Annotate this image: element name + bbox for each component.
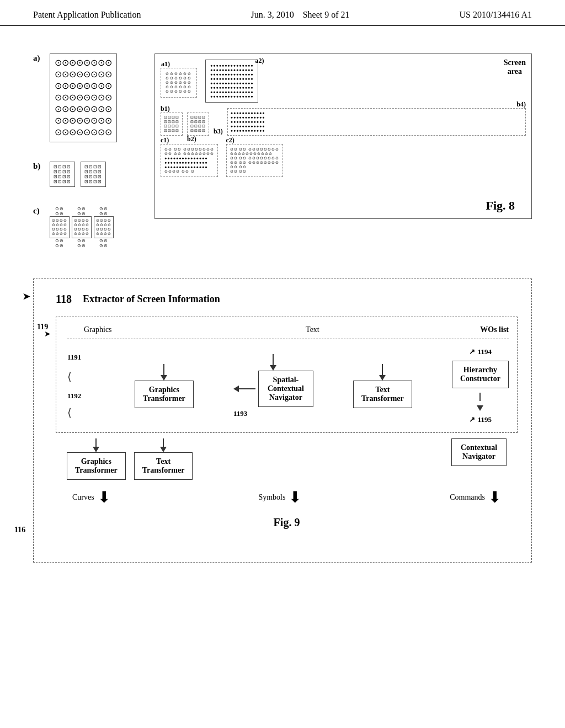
fig8-c-col1: ⊙⊙ ⊙⊙ ⊙⊙⊙⊙ ⊙⊙⊙⊙ ⊙⊙⊙⊙ ⊙⊙⊙⊙ ⊙⊙ ⊙⊙ <box>50 206 70 248</box>
fig8-section-c: c) ⊙⊙ ⊙⊙ ⊙⊙⊙⊙ ⊙⊙⊙⊙ ⊙⊙⊙⊙ ⊙⊙⊙⊙ <box>33 206 143 248</box>
top-graphics-label: Graphics <box>84 325 112 334</box>
fig9-gt-bottom: Graphics Transformer <box>67 438 126 480</box>
spatial-navigator-label: Spatial- Contextual Navigator <box>268 376 304 402</box>
arrow-line-h-left <box>239 388 255 389</box>
fig8-c1: c1) ⊙⊙ ⊙⊙ ⊙⊙⊙⊙⊙⊙⊙⊙ ⊙⊙ ⊙⊙ ⊙⊙⊙⊙⊙⊙⊙⊙ ●●●●●●… <box>161 144 218 177</box>
fig8-b4-box: ●●●●●●●●●●●● ●●●●●●●●●●●● ●●●●●●●●●●●● ●… <box>227 108 526 136</box>
fig8-c2: c2) ⊙⊙ ⊙⊙ ⊙⊙⊙⊙⊙⊙⊙⊙ ⊙⊙⊙⊙⊙⊙⊙⊙⊙⊙⊙ ⊙⊙ ⊙⊙ ⊙⊙⊙… <box>226 144 284 177</box>
fig8-left: a) ⊙⊙⊙⊙⊙⊙⊙⊙ ⊙⊙⊙⊙⊙⊙⊙⊙ ⊙⊙⊙⊙⊙⊙⊙⊙ ⊙⊙⊙⊙⊙⊙⊙⊙ ⊙… <box>33 53 143 256</box>
symbols-output: Symbols ⬇ <box>258 490 301 505</box>
fig9-outputs: Curves ⬇ Symbols ⬇ Commands ⬇ <box>56 484 518 505</box>
symbols-arrow: ⬇ <box>289 490 301 505</box>
arrow-line-graphics <box>163 364 164 375</box>
header-left: Patent Application Publication <box>33 10 141 20</box>
fig8-b4: b4) ●●●●●●●●●●●● ●●●●●●●●●●●● ●●●●●●●●●●… <box>227 108 526 136</box>
arrow-line-text <box>273 354 274 365</box>
ref-1195-label: ↗ <box>469 415 475 424</box>
fig8-section-a: a) ⊙⊙⊙⊙⊙⊙⊙⊙ ⊙⊙⊙⊙⊙⊙⊙⊙ ⊙⊙⊙⊙⊙⊙⊙⊙ ⊙⊙⊙⊙⊙⊙⊙⊙ ⊙… <box>33 53 143 142</box>
fig9-left-refs: 1191 ⟨ 1192 ⟨ <box>67 353 95 419</box>
fig8-panel-a: ⊙⊙⊙⊙⊙⊙⊙⊙ ⊙⊙⊙⊙⊙⊙⊙⊙ ⊙⊙⊙⊙⊙⊙⊙⊙ ⊙⊙⊙⊙⊙⊙⊙⊙ ⊙⊙⊙⊙… <box>50 53 117 142</box>
ref-1192: 1192 <box>67 392 95 400</box>
fig9-text-col: Text Transformer <box>353 364 412 408</box>
fig8-a-label: a) <box>33 53 44 63</box>
fig8-section-b: b) ⊡⊡⊡⊡ ⊡⊡⊡⊡ ⊡⊡⊡⊡ ⊡⊡⊡⊡ ⊡⊡⊡⊡ ⊡⊡⊡⊡ ⊡⊡⊡⊡ <box>33 162 143 187</box>
page-header: Patent Application Publication Jun. 3, 2… <box>0 0 565 26</box>
fig8-a2-area: a2) ●●●●●●●●●●●●●●● ●●●●●●●●●●●●●●● ●●●●… <box>205 60 258 103</box>
fig8-right-a1: a1) ⊙⊙⊙⊙⊙⊙ ⊙⊙⊙⊙⊙⊙ ⊙⊙⊙⊙⊙⊙ ⊙⊙⊙⊙⊙⊙ ⊙⊙⊙⊙⊙⊙ <box>161 60 526 103</box>
fig8-b3: b3) <box>214 126 223 136</box>
b2-label: b2) <box>187 135 196 143</box>
graphics-transformer-box: Graphics Transformer <box>135 381 194 408</box>
fig9-middle: 1191 ⟨ 1192 ⟨ Graphics Transformer <box>67 347 509 424</box>
figure9-section: ➤ 118 Extractor of Screen Information 11… <box>33 279 532 563</box>
commands-arrow: ⬇ <box>488 490 501 505</box>
curves-arrow: ⬇ <box>98 490 110 505</box>
extractor-title: Extractor of Screen Information <box>83 293 220 305</box>
arrowhead-left <box>233 386 239 392</box>
figure8-section: a) ⊙⊙⊙⊙⊙⊙⊙⊙ ⊙⊙⊙⊙⊙⊙⊙⊙ ⊙⊙⊙⊙⊙⊙⊙⊙ ⊙⊙⊙⊙⊙⊙⊙⊙ ⊙… <box>33 53 532 256</box>
b1-label: b1) <box>161 105 170 113</box>
spatial-navigator-box: Spatial- Contextual Navigator <box>258 371 313 407</box>
graphics-transformer-bottom-label: Graphics Transformer <box>75 457 118 474</box>
c2-label: c2) <box>226 136 234 144</box>
fig9-bottom-left: Graphics Transformer Text Transformer <box>67 438 193 480</box>
fig8-a1-dots1: ⊙⊙⊙⊙⊙⊙ ⊙⊙⊙⊙⊙⊙ ⊙⊙⊙⊙⊙⊙ ⊙⊙⊙⊙⊙⊙ ⊙⊙⊙⊙⊙⊙ <box>166 72 192 94</box>
fig8-c-col3: ⊙⊙ ⊙⊙ ⊙⊙⊙⊙ ⊙⊙⊙⊙ ⊙⊙⊙⊙ ⊙⊙⊙⊙ ⊙⊙ ⊙⊙ <box>94 206 114 248</box>
arrowhead-gt-bottom <box>93 447 99 452</box>
header-right: US 2010/134416 A1 <box>459 10 532 20</box>
ref-1195-num: 1195 <box>478 415 492 424</box>
arrow-head-graphics <box>161 375 167 381</box>
fig8-b2-box: ⊡⊡⊡⊡ ⊡⊡⊡⊡ ⊡⊡⊡⊡ ⊡⊡⊡⊡ <box>187 113 209 136</box>
fig8-b1-box: ⊡⊡⊡⊡ ⊡⊡⊡⊡ ⊡⊡⊡⊡ ⊡⊡⊡⊡ <box>161 113 183 136</box>
fig9-spatial-col: Spatial- Contextual Navigator 1193 <box>233 354 313 418</box>
fig8-b2: ⊡⊡⊡⊡ ⊡⊡⊡⊡ ⊡⊡⊡⊡ ⊡⊡⊡⊡ b2) <box>187 113 209 136</box>
curves-output: Curves ⬇ <box>72 490 110 505</box>
b4-label: b4) <box>516 100 526 109</box>
hierarchy-constructor-label: Hierarchy Constructor <box>460 366 500 383</box>
wos-ref-label: 1194 <box>478 347 492 356</box>
wos-list-label: WOs list <box>480 325 509 334</box>
commands-label: Commands <box>450 493 485 502</box>
ref-1193: 1193 <box>233 409 247 418</box>
fig8-c1-box: ⊙⊙ ⊙⊙ ⊙⊙⊙⊙⊙⊙⊙⊙ ⊙⊙ ⊙⊙ ⊙⊙⊙⊙⊙⊙⊙⊙ ●●●●●●●●●●… <box>161 144 218 177</box>
fig9-top-labels: Graphics Text WOs list <box>67 325 509 334</box>
contextual-navigator-box: Contextual Navigator <box>451 438 507 466</box>
fig8-b-row: b1) ⊡⊡⊡⊡ ⊡⊡⊡⊡ ⊡⊡⊡⊡ ⊡⊡⊡⊡ ⊡⊡⊡⊡ ⊡⊡⊡⊡ <box>161 108 526 136</box>
top-text-label: Text <box>306 325 319 334</box>
fig9-outer-dashed: ➤ 118 Extractor of Screen Information 11… <box>33 279 532 563</box>
wos-ref-row: ↗ 1194 <box>469 347 492 356</box>
fig9-cn-bottom: Contextual Navigator <box>451 438 507 466</box>
fig8-c-row: c1) ⊙⊙ ⊙⊙ ⊙⊙⊙⊙⊙⊙⊙⊙ ⊙⊙ ⊙⊙ ⊙⊙⊙⊙⊙⊙⊙⊙ ●●●●●●… <box>161 144 526 177</box>
b3-label: b3) <box>214 127 223 135</box>
main-content: a) ⊙⊙⊙⊙⊙⊙⊙⊙ ⊙⊙⊙⊙⊙⊙⊙⊙ ⊙⊙⊙⊙⊙⊙⊙⊙ ⊙⊙⊙⊙⊙⊙⊙⊙ ⊙… <box>0 26 565 579</box>
arrow-head-tt <box>379 375 386 381</box>
arrow-head-hc <box>477 405 483 411</box>
fig8-b1: b1) ⊡⊡⊡⊡ ⊡⊡⊡⊡ ⊡⊡⊡⊡ ⊡⊡⊡⊡ <box>161 113 183 136</box>
a2-label: a2) <box>255 57 264 65</box>
graphics-transformer-label: Graphics Transformer <box>143 386 185 403</box>
text-transformer-bottom-box: Text Transformer <box>134 452 193 480</box>
a1-label: a1) <box>161 60 170 68</box>
graphics-transformer-bottom-box: Graphics Transformer <box>67 452 126 480</box>
c1-label: c1) <box>161 136 169 144</box>
fig9-tt-bottom: Text Transformer <box>134 438 193 480</box>
fig8-c2-box: ⊙⊙ ⊙⊙ ⊙⊙⊙⊙⊙⊙⊙⊙ ⊙⊙⊙⊙⊙⊙⊙⊙⊙⊙⊙ ⊙⊙ ⊙⊙ ⊙⊙⊙⊙⊙⊙⊙… <box>226 144 284 177</box>
bracket-left2: ⟨ <box>67 406 95 419</box>
fig8-panel-b1: ⊡⊡⊡⊡ ⊡⊡⊡⊡ ⊡⊡⊡⊡ ⊡⊡⊡⊡ <box>50 162 75 187</box>
wos-ref-num: ↗ <box>469 347 475 356</box>
contextual-navigator-label: Contextual Navigator <box>461 443 497 461</box>
spatial-row: Spatial- Contextual Navigator <box>233 371 313 407</box>
fig9-right-col: ↗ 1194 Hierarchy Constructor ↗ 1195 <box>452 347 509 424</box>
horiz-separator <box>67 339 509 339</box>
arrow-line-hc <box>479 393 481 401</box>
arrow-tt-bottom <box>163 438 164 447</box>
fig9-bottom-boxes: Graphics Transformer Text Transformer <box>56 438 518 480</box>
fig9-arrow-pointer-118: ➤ <box>23 291 30 302</box>
fig8-c-col2: ⊙⊙ ⊙⊙ ⊙⊙⊙⊙ ⊙⊙⊙⊙ ⊙⊙⊙⊙ ⊙⊙⊙⊙ ⊙⊙ ⊙⊙ <box>72 206 92 248</box>
arrow-head-text <box>270 365 276 371</box>
fig9-arrow-inner: ➤ <box>44 329 51 339</box>
extractor-number: 118 <box>56 293 72 306</box>
fig9-title-row: 118 Extractor of Screen Information <box>56 293 518 306</box>
fig9-graphics-col: Graphics Transformer <box>135 364 194 408</box>
text-transformer-box: Text Transformer <box>353 381 412 408</box>
